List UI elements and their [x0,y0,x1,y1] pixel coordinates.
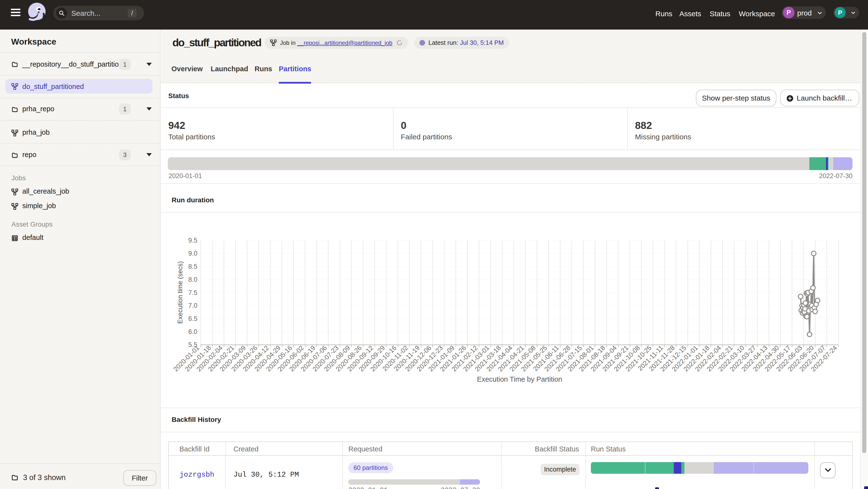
svg-text:6.0: 6.0 [188,328,197,335]
svg-text:9.0: 9.0 [188,250,197,257]
svg-text:Execution Time by Partition: Execution Time by Partition [477,376,562,383]
svg-text:8.5: 8.5 [188,263,197,270]
svg-text:8.0: 8.0 [188,276,197,283]
svg-text:9.5: 9.5 [188,237,197,244]
svg-text:7.0: 7.0 [188,302,197,309]
svg-text:7.5: 7.5 [188,289,197,296]
svg-text:6.5: 6.5 [188,315,197,322]
svg-text:Execution time (secs): Execution time (secs) [177,261,184,324]
